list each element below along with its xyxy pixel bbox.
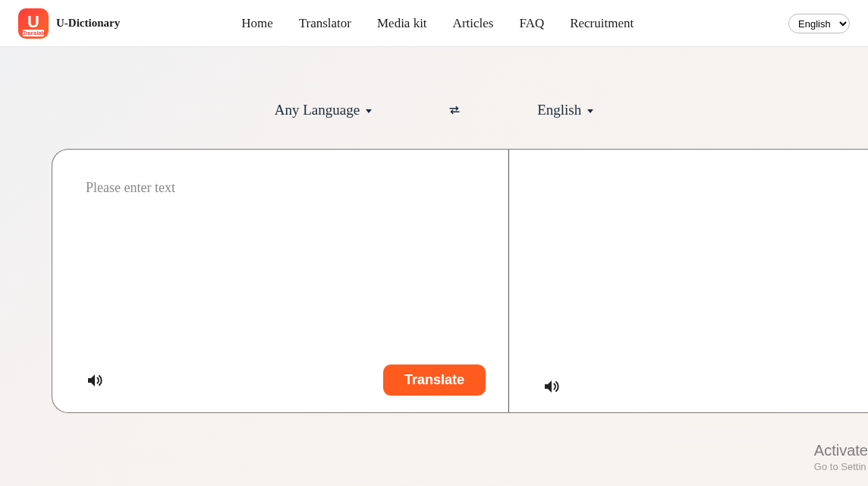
app-logo[interactable]: U Translate [18, 8, 49, 39]
source-speaker-button[interactable] [86, 371, 104, 390]
logo-wrap: U Translate U-Dictionary [18, 8, 120, 39]
svg-marker-0 [88, 374, 95, 387]
nav-translator[interactable]: Translator [299, 16, 351, 31]
source-panel: Translate [52, 149, 509, 413]
translate-panels: Translate [52, 149, 868, 413]
source-panel-footer: Translate [86, 364, 486, 396]
nav-recruitment[interactable]: Recruitment [570, 16, 634, 31]
swap-icon [448, 103, 461, 117]
watermark-line2: Go to Settin [814, 461, 868, 472]
header: U Translate U-Dictionary Home Translator… [0, 0, 868, 47]
source-language-picker[interactable]: Any Language [275, 102, 372, 118]
source-language-label: Any Language [275, 102, 360, 118]
watermark-line1: Activate [814, 442, 868, 459]
main-nav: Home Translator Media kit Articles FAQ R… [241, 16, 634, 31]
os-watermark: Activate Go to Settin [808, 442, 868, 472]
site-language-wrap: English [788, 14, 850, 33]
brand-name: U-Dictionary [56, 17, 120, 30]
logo-subtext: Translate [23, 30, 44, 36]
nav-home[interactable]: Home [241, 16, 273, 31]
nav-media-kit[interactable]: Media kit [377, 16, 427, 31]
logo-letter: U [27, 14, 39, 30]
target-panel [509, 149, 868, 413]
translate-button[interactable]: Translate [383, 364, 486, 396]
swap-languages-button[interactable] [448, 103, 461, 117]
nav-faq[interactable]: FAQ [519, 16, 544, 31]
target-language-picker[interactable]: English [537, 102, 593, 118]
speaker-icon [542, 377, 561, 396]
target-language-label: English [537, 102, 581, 118]
target-panel-footer [542, 377, 561, 396]
caret-down-icon [366, 109, 372, 113]
nav-articles[interactable]: Articles [453, 16, 494, 31]
svg-marker-1 [545, 380, 552, 393]
target-speaker-button[interactable] [542, 377, 561, 396]
caret-down-icon [587, 109, 593, 113]
language-row: Any Language English [0, 102, 868, 118]
site-language-select[interactable]: English [788, 14, 850, 33]
speaker-icon [86, 371, 104, 390]
